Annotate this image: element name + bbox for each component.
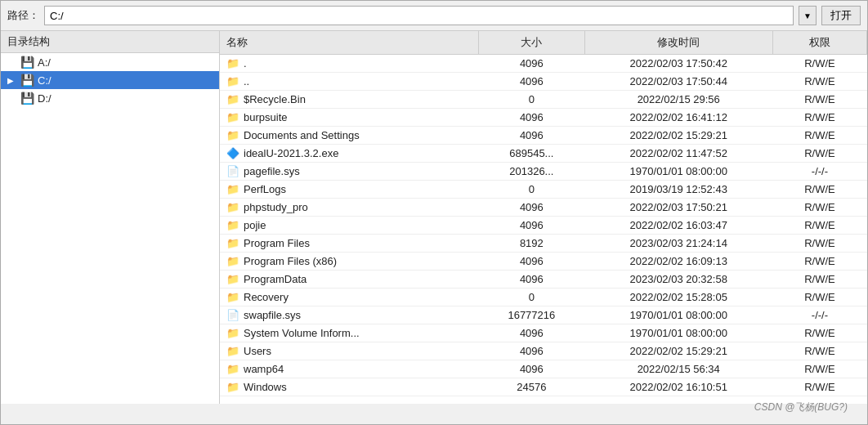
cell-time: 2022/02/02 16:10:51 — [584, 378, 772, 396]
table-row[interactable]: 📄pagefile.sys201326...1970/01/01 08:00:0… — [220, 163, 867, 181]
folder-icon: 📁 — [226, 327, 239, 339]
disk-icon: 💾 — [20, 92, 34, 105]
file-name: Program Files (x86) — [244, 255, 337, 267]
folder-icon: 📁 — [226, 219, 239, 231]
cell-time: 2022/02/03 17:50:44 — [584, 73, 772, 91]
cell-perm: R/W/E — [772, 271, 866, 289]
path-dropdown-button[interactable]: ▼ — [799, 6, 817, 25]
cell-size: 201326... — [479, 163, 585, 181]
table-row[interactable]: 📁Windows245762022/02/02 16:10:51R/W/E — [220, 378, 867, 396]
col-header-size: 大小 — [479, 31, 585, 55]
file-name: pojie — [244, 219, 266, 231]
cell-perm: -/-/- — [772, 306, 866, 324]
table-row[interactable]: 📁..40962022/02/03 17:50:44R/W/E — [220, 73, 867, 91]
cell-name: 📁Recovery — [220, 289, 479, 306]
cell-name: 📁phpstudy_pro — [220, 199, 479, 217]
sidebar-items: 💾A:/▶💾C:/💾D:/ — [1, 53, 219, 107]
table-row[interactable]: 📁Users40962022/02/02 15:29:21R/W/E — [220, 342, 867, 360]
cell-perm: R/W/E — [772, 217, 866, 235]
folder-icon: 📁 — [226, 183, 239, 195]
table-row[interactable]: 📁.40962022/02/03 17:50:42R/W/E — [220, 55, 867, 73]
cell-perm: R/W/E — [772, 181, 866, 199]
file-name: Windows — [244, 381, 287, 393]
table-row[interactable]: 📁Recovery02022/02/02 15:28:05R/W/E — [220, 289, 867, 306]
file-name: System Volume Inform... — [244, 327, 360, 339]
table-row[interactable]: 📁wamp6440962022/02/15 56:34R/W/E — [220, 360, 867, 378]
sidebar-item-label: D:/ — [38, 92, 51, 105]
cell-name: 📁.. — [220, 73, 479, 91]
folder-icon: 📁 — [226, 255, 239, 267]
cell-perm: R/W/E — [772, 253, 866, 271]
cell-size: 4096 — [479, 253, 585, 271]
cell-time: 1970/01/01 08:00:00 — [584, 163, 772, 181]
file-name: . — [244, 57, 247, 69]
cell-time: 2022/02/02 16:09:13 — [584, 253, 772, 271]
cell-time: 2022/02/15 29:56 — [584, 91, 772, 109]
path-input[interactable] — [44, 6, 794, 25]
cell-name: 🔷idealU-2021.3.2.exe — [220, 145, 479, 163]
table-row[interactable]: 📁PerfLogs02019/03/19 12:52:43R/W/E — [220, 181, 867, 199]
folder-icon: 📁 — [226, 111, 239, 123]
file-name: Documents and Settings — [244, 129, 360, 141]
file-name: idealU-2021.3.2.exe — [244, 147, 338, 159]
file-icon: 📄 — [226, 309, 239, 321]
folder-icon: 📁 — [226, 381, 239, 393]
sidebar-item-D[interactable]: 💾D:/ — [1, 89, 219, 107]
file-name: Program Files — [244, 237, 310, 249]
cell-perm: R/W/E — [772, 73, 866, 91]
file-name: wamp64 — [244, 363, 284, 375]
path-label: 路径： — [7, 8, 39, 23]
table-row[interactable]: 🔷idealU-2021.3.2.exe689545...2022/02/02 … — [220, 145, 867, 163]
folder-icon: 📁 — [226, 237, 239, 249]
cell-perm: R/W/E — [772, 342, 866, 360]
cell-size: 4096 — [479, 199, 585, 217]
cell-time: 2022/02/02 15:29:21 — [584, 342, 772, 360]
app-container: 路径： ▼ 打开 目录结构 💾A:/▶💾C:/💾D:/ 名称 大小 修改时间 权… — [0, 0, 868, 425]
table-row[interactable]: 📁ProgramData40962023/02/03 20:32:58R/W/E — [220, 271, 867, 289]
file-name: Recovery — [244, 291, 289, 303]
cell-name: 📁$Recycle.Bin — [220, 91, 479, 109]
cell-size: 0 — [479, 289, 585, 306]
cell-size: 4096 — [479, 127, 585, 145]
top-bar: 路径： ▼ 打开 — [1, 1, 867, 31]
table-row[interactable]: 📁burpsuite40962022/02/02 16:41:12R/W/E — [220, 109, 867, 127]
cell-size: 4096 — [479, 324, 585, 342]
file-name: .. — [244, 75, 249, 87]
cell-name: 📄swapfile.sys — [220, 306, 479, 324]
table-row[interactable]: 📁phpstudy_pro40962022/02/03 17:50:21R/W/… — [220, 199, 867, 217]
cell-time: 2022/02/02 11:47:52 — [584, 145, 772, 163]
cell-time: 2023/02/03 20:32:58 — [584, 271, 772, 289]
file-name: Users — [244, 345, 271, 357]
folder-icon: 📁 — [226, 57, 239, 69]
cell-time: 1970/01/01 08:00:00 — [584, 306, 772, 324]
col-header-time: 修改时间 — [584, 31, 772, 55]
table-row[interactable]: 📁System Volume Inform...40961970/01/01 0… — [220, 324, 867, 342]
content-area: 名称 大小 修改时间 权限 📁.40962022/02/03 17:50:42R… — [220, 31, 867, 404]
table-row[interactable]: 📁$Recycle.Bin02022/02/15 29:56R/W/E — [220, 91, 867, 109]
cell-name: 📁Program Files — [220, 235, 479, 253]
folder-icon: 📁 — [226, 345, 239, 357]
open-button[interactable]: 打开 — [821, 6, 861, 25]
table-row[interactable]: 📄swapfile.sys167772161970/01/01 08:00:00… — [220, 306, 867, 324]
file-name: pagefile.sys — [244, 165, 300, 177]
cell-name: 📁wamp64 — [220, 360, 479, 378]
main-area: 目录结构 💾A:/▶💾C:/💾D:/ 名称 大小 修改时间 权限 📁.40962… — [1, 31, 867, 404]
table-row[interactable]: 📁Documents and Settings40962022/02/02 15… — [220, 127, 867, 145]
table-row[interactable]: 📁Program Files81922023/02/03 21:24:14R/W… — [220, 235, 867, 253]
sidebar-item-A[interactable]: 💾A:/ — [1, 53, 219, 71]
cell-size: 16777216 — [479, 306, 585, 324]
sidebar-item-C[interactable]: ▶💾C:/ — [1, 71, 219, 89]
table-row[interactable]: 📁pojie40962022/02/02 16:03:47R/W/E — [220, 217, 867, 235]
cell-name: 📁PerfLogs — [220, 181, 479, 199]
cell-perm: R/W/E — [772, 324, 866, 342]
cell-size: 4096 — [479, 271, 585, 289]
cell-name: 📁. — [220, 55, 479, 73]
cell-time: 2022/02/02 16:41:12 — [584, 109, 772, 127]
table-row[interactable]: 📁Program Files (x86)40962022/02/02 16:09… — [220, 253, 867, 271]
folder-icon: 📁 — [226, 129, 239, 141]
sidebar: 目录结构 💾A:/▶💾C:/💾D:/ — [1, 31, 220, 404]
cell-name: 📁pojie — [220, 217, 479, 235]
file-name: swapfile.sys — [244, 309, 301, 321]
cell-perm: R/W/E — [772, 55, 866, 73]
disk-icon: 💾 — [20, 74, 34, 87]
